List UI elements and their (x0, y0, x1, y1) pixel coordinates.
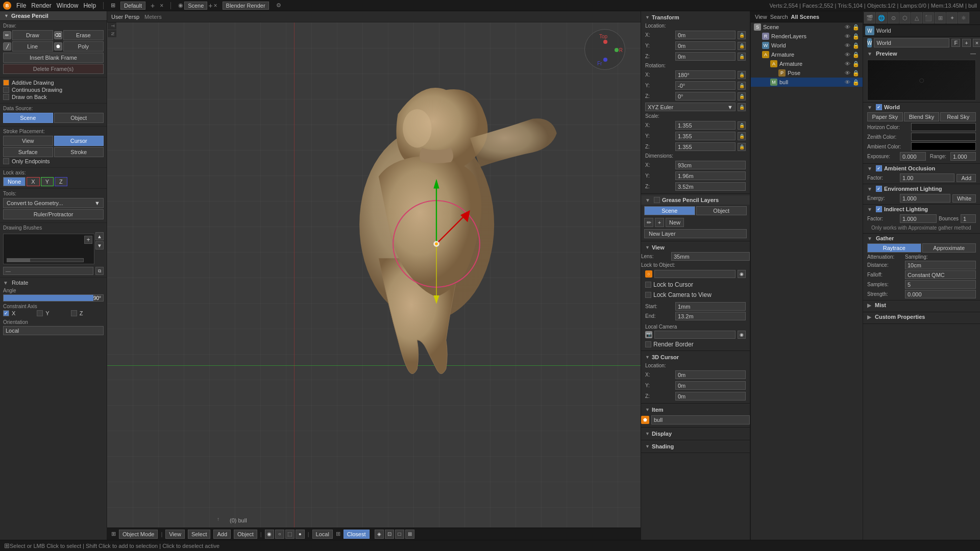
gpl-object-tab[interactable]: Object (696, 206, 747, 215)
horizon-color-swatch[interactable] (911, 123, 976, 131)
nav-x-dot[interactable] (603, 40, 607, 44)
constraint-y-checkbox[interactable] (37, 310, 43, 316)
ao-arrow[interactable]: ▼ (867, 166, 872, 171)
rot-x-input[interactable]: 180° (675, 70, 736, 79)
insert-blank-frame-button[interactable]: Insert Blank Frame (3, 53, 104, 63)
scene-selector[interactable]: Scene (184, 2, 207, 10)
rot-y-lock[interactable]: 🔒 (738, 82, 746, 90)
shading-arrow[interactable]: ▼ (645, 444, 650, 449)
data-source-object-button[interactable]: Object (54, 113, 104, 123)
bounces-input[interactable]: 1 (961, 214, 976, 223)
cursor-y-input[interactable]: 0m (675, 381, 746, 390)
lock-object-btn[interactable]: ◉ (738, 270, 746, 278)
strength-input[interactable]: 0.000 (905, 290, 976, 298)
window-menu[interactable]: Window (57, 2, 79, 9)
gather-arrow[interactable]: ▼ (867, 236, 872, 241)
render-menu[interactable]: Render (31, 2, 51, 9)
lock-to-cursor-checkbox[interactable] (645, 282, 651, 288)
dim-x-input[interactable]: 93cm (675, 161, 746, 169)
distance-input[interactable]: 10cm (905, 261, 976, 269)
scale-z-lock[interactable]: 🔒 (738, 143, 746, 151)
preview-arrow[interactable]: ▼ (867, 51, 872, 57)
outliner-armature-item[interactable]: A Armature 👁 🔒 (751, 50, 863, 59)
outliner-bull-item[interactable]: M bull 👁 🔒 (751, 78, 863, 87)
scale-x-lock[interactable]: 🔒 (738, 121, 746, 130)
tools-tab[interactable]: T (107, 22, 116, 30)
dim-y-input[interactable]: 1.96m (675, 171, 746, 180)
renderlayers-eye-icon[interactable]: 👁 (845, 33, 850, 39)
object-mode-button[interactable]: Object Mode (119, 530, 158, 539)
bull-lock-icon[interactable]: 🔒 (852, 79, 860, 86)
loc-x-lock[interactable]: 🔒 (738, 31, 746, 39)
pose-lock-icon[interactable]: 🔒 (852, 70, 860, 77)
layout-selector[interactable]: Default (120, 2, 145, 10)
scene-settings-icon[interactable]: 🌐 (876, 12, 887, 23)
display-arrow[interactable]: ▼ (645, 431, 650, 436)
lens-input[interactable]: 35mm (671, 252, 750, 261)
vp-icon-4[interactable]: ⊞ (405, 530, 414, 539)
armature-lock-icon[interactable]: 🔒 (852, 52, 860, 58)
scene-add-icon[interactable]: + (208, 2, 212, 10)
render-border-checkbox[interactable] (645, 341, 651, 347)
view-menu-button[interactable]: View (165, 530, 185, 539)
convert-geometry-dropdown[interactable]: Convert to Geometry... ▼ (3, 198, 104, 208)
navigation-gizmo[interactable]: Top R Fr (584, 29, 625, 70)
delete-frames-button[interactable]: Delete Frame(s) (3, 64, 104, 74)
raytrace-button[interactable]: Raytrace (867, 243, 921, 253)
wireframe-button[interactable]: ⬚ (285, 530, 295, 539)
indirect-arrow[interactable]: ▼ (867, 207, 872, 212)
engine-selector[interactable]: Blender Render (223, 2, 269, 10)
indirect-factor-input[interactable]: 1.000 (900, 214, 937, 223)
lock-object-input[interactable] (654, 270, 736, 278)
indirect-check[interactable]: ✓ (876, 206, 882, 212)
world-lock-icon[interactable]: 🔒 (852, 42, 860, 49)
approximate-button[interactable]: Approximate (922, 243, 976, 253)
properties-tab[interactable]: N (107, 30, 116, 38)
mist-arrow[interactable]: ▶ (867, 303, 871, 308)
data-source-scene-button[interactable]: Scene (3, 113, 53, 123)
local-cam-btn[interactable]: ◉ (738, 331, 746, 339)
env-white-button[interactable]: White (952, 194, 976, 203)
item-arrow[interactable]: ▼ (645, 407, 650, 412)
brush-down-button[interactable]: ▼ (95, 241, 104, 249)
dim-z-input[interactable]: 3.52m (675, 182, 746, 191)
loc-z-lock[interactable]: 🔒 (738, 53, 746, 61)
gpl-add-icon[interactable]: + (655, 218, 664, 227)
custom-props-arrow[interactable]: ▶ (867, 314, 871, 320)
gpl-checkbox[interactable] (654, 197, 660, 203)
file-menu[interactable]: File (16, 2, 26, 9)
brush-size-slider[interactable] (7, 258, 84, 262)
clip-start-input[interactable]: 1mm (675, 302, 746, 311)
view-tab[interactable]: View (755, 14, 767, 20)
nav-z-dot[interactable] (603, 58, 607, 62)
vp-icon-2[interactable]: ⊡ (385, 530, 394, 539)
help-menu[interactable]: Help (83, 2, 96, 9)
gpl-new-layer-button[interactable]: New Layer (644, 229, 747, 238)
line-button[interactable]: Line (12, 41, 53, 52)
lock-camera-checkbox[interactable] (645, 292, 651, 298)
solid-shading-button[interactable]: ◉ (265, 530, 274, 539)
range-input[interactable]: 1.000 (950, 152, 976, 161)
real-sky-button[interactable]: Real Sky (940, 112, 976, 121)
physics-settings-icon[interactable]: ⚛ (958, 12, 969, 23)
only-endpoints-checkbox[interactable] (3, 158, 9, 164)
exposure-input[interactable]: 0.000 (900, 152, 926, 161)
world-fake-user-button[interactable]: F (951, 39, 960, 47)
rot-mode-lock[interactable]: 🔒 (738, 103, 746, 111)
scene-eye-icon[interactable]: 👁 (845, 24, 850, 30)
samples-input[interactable]: 5 (905, 280, 976, 289)
object-settings-icon[interactable]: ⬡ (899, 12, 911, 23)
vp-icon-3[interactable]: □ (395, 530, 404, 539)
env-arrow[interactable]: ▼ (867, 186, 872, 192)
paper-sky-button[interactable]: Paper Sky (867, 112, 903, 121)
rot-y-input[interactable]: -0° (675, 81, 736, 90)
poly-button[interactable]: Poly (63, 41, 104, 52)
texture-settings-icon[interactable]: ⊞ (935, 12, 946, 23)
grease-pencil-arrow[interactable]: ▼ (4, 13, 9, 18)
loc-x-input[interactable]: 0m (675, 31, 736, 39)
outliner-scene-item[interactable]: S Scene 👁 🔒 (751, 22, 863, 32)
layout-close-icon[interactable]: × (160, 2, 163, 9)
outliner-pose-item[interactable]: P Pose 👁 🔒 (751, 68, 863, 78)
world-settings-icon[interactable]: ⊙ (888, 12, 899, 23)
continuous-drawing-checkbox[interactable] (3, 87, 9, 93)
